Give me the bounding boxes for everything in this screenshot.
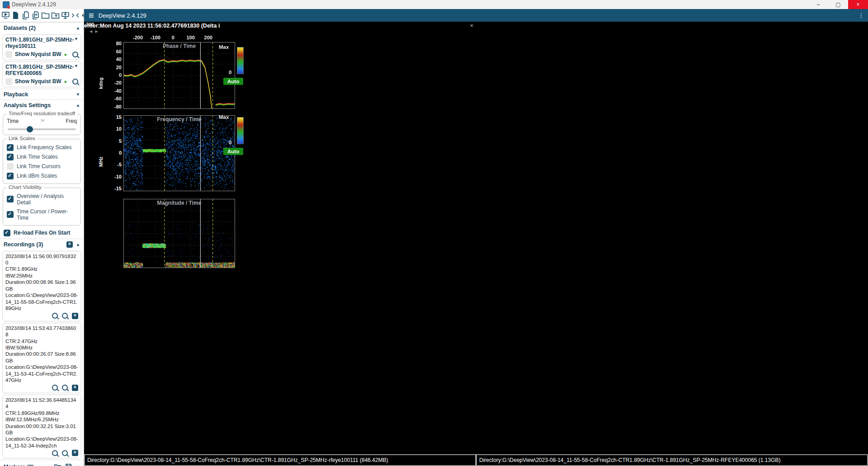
datasets-header[interactable]: Datasets (2) ▲ — [0, 22, 84, 33]
markers-header-label: Markers (2) — [4, 464, 34, 466]
panel-header-text: enter:Mon Aug 14 2023 11:56:02.477691830… — [84, 23, 240, 29]
axis-tick: 10 — [106, 126, 122, 132]
maximize-button[interactable]: ▢ — [828, 0, 848, 9]
magnitude-time-chart[interactable] — [123, 199, 235, 268]
link-scale-row[interactable]: Link Time Scales — [6, 152, 78, 162]
window-titlebar: DeepView 2.4.129 – ▢ × — [0, 0, 868, 9]
analysis-settings-label: Analysis Settings — [4, 102, 51, 108]
nyquist-checkbox[interactable] — [5, 78, 12, 85]
reload-files-checkbox[interactable] — [4, 230, 10, 236]
datasets-header-label: Datasets (2) — [4, 25, 36, 31]
link-scale-label: Link Time Scales — [17, 154, 58, 160]
recording-line: Location:G:\DeepView\2023-08-14_11-55-58… — [5, 292, 78, 311]
caret-down-icon[interactable]: ▼ — [76, 92, 80, 97]
chart-visibility-row[interactable]: Time Cursor / Power-Time — [6, 207, 78, 222]
back-icon[interactable] — [81, 11, 84, 20]
nyquist-checkbox[interactable] — [5, 51, 12, 58]
axis-tick: -40 — [106, 88, 122, 94]
dataset-name: CTR-1.891GHz_SP-25MHz-rfeye100111 — [5, 37, 74, 50]
dataset-card[interactable]: CTR-1.891GHz_SP-25MHz-RFEYE400065▼Show N… — [2, 61, 81, 87]
delete-recording-icon[interactable] — [72, 450, 78, 456]
analysis-settings-header[interactable]: Analysis Settings ▲ — [0, 99, 84, 110]
recording-item[interactable]: 2023/08/14 11:56:00.907918320CTR:1.89GHz… — [2, 251, 81, 321]
link-scale-checkbox[interactable] — [7, 173, 14, 179]
search-plus-icon[interactable] — [62, 313, 68, 319]
link-scale-label: Link dBm Scales — [17, 173, 57, 179]
minimize-button[interactable]: – — [808, 0, 828, 9]
recordings-header[interactable]: Recordings (3) ▲ — [0, 239, 84, 249]
frequency-time-chart[interactable] — [123, 115, 235, 191]
tradeoff-slider[interactable] — [8, 128, 76, 130]
search-icon[interactable] — [52, 385, 58, 391]
slider-thumb[interactable] — [27, 126, 33, 132]
search-plus-icon[interactable] — [62, 385, 68, 391]
colorbar-zero-label: 0 — [229, 70, 231, 75]
search-icon[interactable] — [72, 52, 78, 57]
caret-down-icon[interactable]: ▼ — [74, 37, 78, 50]
new-file-icon[interactable] — [11, 11, 20, 20]
dataset-card[interactable]: CTR-1.891GHz_SP-25MHz-rfeye100111▼Show N… — [2, 34, 81, 60]
link-scale-row[interactable]: Link dBm Scales — [6, 171, 78, 181]
copy-file-icon[interactable] — [21, 11, 30, 20]
colorbar — [237, 47, 244, 74]
link-scales-group: Link Scales Link Frequency ScalesLink Ti… — [3, 139, 81, 184]
panel-close-icon[interactable]: × — [470, 22, 473, 29]
link-scale-checkbox[interactable] — [7, 144, 14, 151]
link-scale-checkbox[interactable] — [7, 163, 14, 170]
link-scale-checkbox[interactable] — [7, 154, 14, 160]
dataset-name: CTR-1.891GHz_SP-25MHz-RFEYE400065 — [5, 64, 74, 77]
open-markers-folder-icon[interactable] — [53, 462, 62, 466]
axis-tick: -80 — [106, 104, 122, 109]
auto-scale-button[interactable]: Auto — [223, 148, 243, 155]
link-scale-label: Link Time Cursors — [17, 163, 61, 169]
screen-download-icon[interactable] — [61, 11, 70, 20]
recording-line: 2023/08/14 11:56:00.907918320 — [5, 253, 78, 266]
datasets-list: CTR-1.891GHz_SP-25MHz-rfeye100111▼Show N… — [0, 34, 84, 87]
chart-visibility-checkbox[interactable] — [7, 211, 14, 218]
search-icon[interactable] — [52, 450, 58, 456]
search-icon[interactable] — [72, 79, 78, 85]
search-icon[interactable] — [52, 313, 58, 319]
axis-tick: -10 — [106, 174, 122, 179]
axis-tick: -200 — [84, 22, 94, 27]
axis-tick: 20 — [106, 65, 122, 70]
hamburger-icon[interactable]: ≡ — [89, 11, 94, 20]
tv-play-icon[interactable] — [1, 11, 10, 20]
status-dot-icon: ● — [64, 79, 67, 84]
link-scale-row[interactable]: Link Time Cursors — [6, 162, 78, 171]
status-bar: Directory:G:\DeepView\2023-08-14_11-55-5… — [84, 454, 868, 466]
link-scale-row[interactable]: Link Frequency Scales — [6, 143, 78, 152]
chart-title: Phase / Time — [123, 43, 235, 49]
recording-item[interactable]: 2023/08/14 11:53:43.774338608CTR:2.47GHz… — [2, 323, 81, 393]
save-markers-icon[interactable] — [64, 462, 73, 466]
delete-recording-icon[interactable] — [72, 385, 78, 391]
caret-up-icon[interactable]: ▲ — [76, 103, 80, 108]
search-plus-icon[interactable] — [62, 450, 68, 456]
kebab-menu-icon[interactable]: ⋮ — [858, 12, 864, 19]
open-folder-icon[interactable] — [41, 11, 50, 20]
delete-recording-icon[interactable] — [72, 313, 78, 319]
colorbar — [237, 117, 244, 144]
caret-up-icon[interactable]: ▲ — [76, 242, 80, 247]
caret-down-icon[interactable]: ▼ — [74, 64, 78, 77]
caret-up-icon[interactable]: ▲ — [76, 26, 80, 30]
panel-nav-arrows-icon[interactable]: ◀ ▶ — [90, 29, 99, 33]
chart-visibility-row[interactable]: Overview / Analysis Detail — [6, 192, 78, 207]
playback-header[interactable]: Playback ▼ — [0, 89, 84, 99]
tradeoff-legend: Time/Freq resolution tradeoff — [7, 111, 77, 116]
chart-visibility-checkbox[interactable] — [7, 196, 14, 202]
recording-item[interactable]: 2023/08/14 11:52:36.644851344CTR:1.89GHz… — [2, 395, 81, 459]
auto-scale-button[interactable]: Auto — [223, 78, 243, 85]
add-folder-icon[interactable] — [51, 11, 60, 20]
reload-files-row[interactable]: Re-load Files On Start — [0, 227, 84, 239]
add-file-icon[interactable] — [31, 11, 40, 20]
reload-files-label: Re-load Files On Start — [14, 230, 70, 236]
markers-header[interactable]: Markers (2) ▼ — [0, 460, 84, 466]
recording-line: IBW:12.5MHz/6.25MHz — [5, 416, 78, 423]
delete-recordings-icon[interactable] — [66, 241, 73, 248]
axis-tick: 60 — [106, 49, 122, 54]
phase-time-chart[interactable] — [123, 42, 235, 109]
close-button[interactable]: × — [848, 0, 868, 9]
panels-container: enter:Mon Aug 14 2023 11:56:02.477691830… — [84, 22, 868, 454]
collapse-icon[interactable] — [71, 11, 80, 20]
